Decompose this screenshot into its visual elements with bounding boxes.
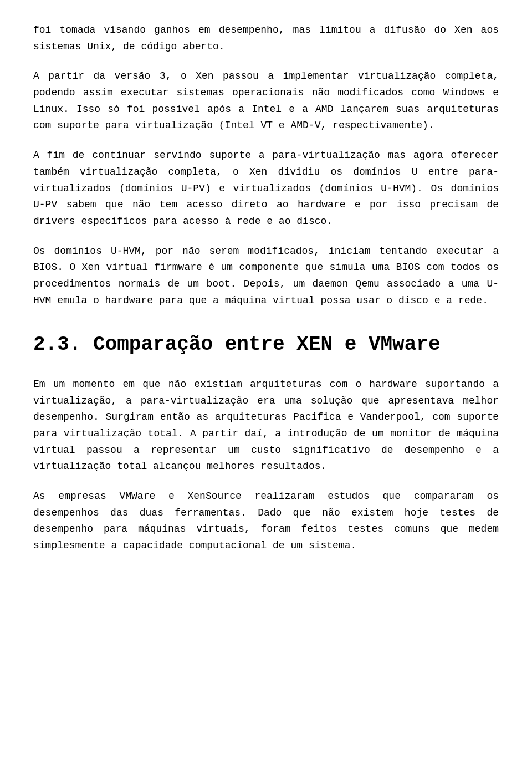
paragraph-domains: A fim de continuar servindo suporte a pa… [33, 147, 499, 230]
paragraph-hvm: Os domínios U-HVM, por não serem modific… [33, 243, 499, 309]
content-area: foi tomada visando ganhos em desempenho,… [33, 22, 499, 554]
paragraph-comparison-2: As empresas VMWare e XenSource realizara… [33, 488, 499, 554]
paragraph-intro: foi tomada visando ganhos em desempenho,… [33, 22, 499, 55]
paragraph-version3: A partir da versão 3, o Xen passou a imp… [33, 68, 499, 134]
section-heading-2-3: 2.3. Comparação entre XEN e VMware [33, 329, 499, 361]
paragraph-comparison-1: Em um momento em que não existiam arquit… [33, 376, 499, 475]
